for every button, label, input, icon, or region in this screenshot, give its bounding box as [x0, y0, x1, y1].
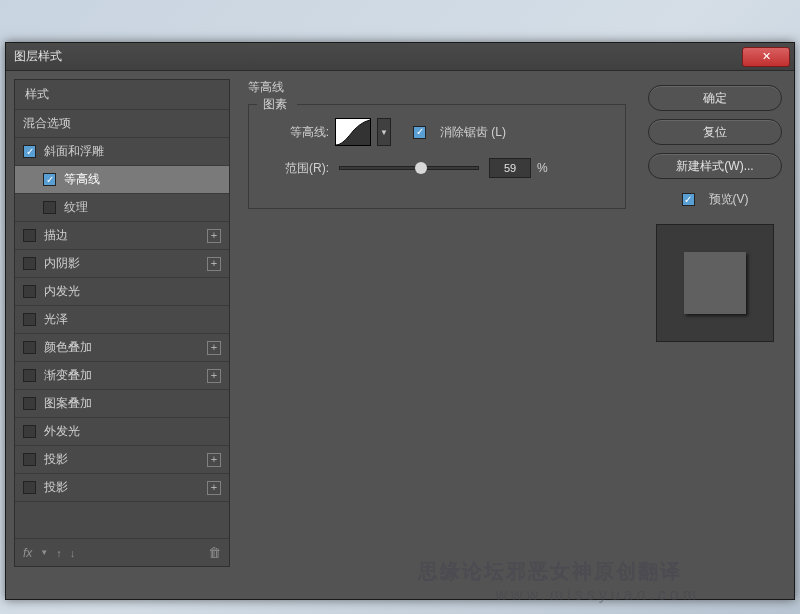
- antialias-checkbox[interactable]: [413, 126, 426, 139]
- fieldset-label: 图素: [259, 96, 291, 113]
- style-footer: fx ▼ ↑ ↓ 🗑: [15, 538, 229, 566]
- antialias-label: 消除锯齿 (L): [440, 124, 506, 141]
- style-list: 样式 混合选项 斜面和浮雕等高线纹理描边+内阴影+内发光光泽颜色叠加+渐变叠加+…: [14, 79, 230, 567]
- slider-thumb[interactable]: [415, 162, 427, 174]
- style-checkbox[interactable]: [23, 145, 36, 158]
- style-item-9[interactable]: 图案叠加: [15, 390, 229, 418]
- chevron-down-icon: ▼: [380, 128, 388, 137]
- styles-header[interactable]: 样式: [15, 80, 229, 110]
- style-label: 等高线: [64, 171, 100, 188]
- style-label: 光泽: [44, 311, 68, 328]
- style-checkbox[interactable]: [43, 173, 56, 186]
- add-effect-icon[interactable]: +: [207, 369, 221, 383]
- style-item-12[interactable]: 投影+: [15, 474, 229, 502]
- add-effect-icon[interactable]: +: [207, 453, 221, 467]
- style-label: 描边: [44, 227, 68, 244]
- trash-icon[interactable]: 🗑: [208, 545, 221, 560]
- fx-menu[interactable]: fx: [23, 546, 32, 560]
- ok-button[interactable]: 确定: [648, 85, 782, 111]
- preview-label: 预览(V): [709, 191, 749, 208]
- style-checkbox[interactable]: [23, 285, 36, 298]
- add-effect-icon[interactable]: +: [207, 257, 221, 271]
- style-label: 投影: [44, 451, 68, 468]
- main-panel: 等高线 图素 等高线: ▼ 消除锯齿 (L): [238, 71, 636, 599]
- style-item-2[interactable]: 纹理: [15, 194, 229, 222]
- range-input[interactable]: [489, 158, 531, 178]
- range-label: 范围(R):: [259, 160, 329, 177]
- close-icon: ✕: [762, 50, 771, 63]
- style-item-3[interactable]: 描边+: [15, 222, 229, 250]
- contour-row: 等高线: ▼ 消除锯齿 (L): [259, 118, 615, 146]
- style-label: 斜面和浮雕: [44, 143, 104, 160]
- dialog-content: 样式 混合选项 斜面和浮雕等高线纹理描边+内阴影+内发光光泽颜色叠加+渐变叠加+…: [6, 71, 794, 599]
- range-row: 范围(R): %: [259, 158, 615, 178]
- elements-fieldset: 图素 等高线: ▼ 消除锯齿 (L): [248, 104, 626, 209]
- move-down-icon[interactable]: ↓: [70, 547, 76, 559]
- blending-options-row[interactable]: 混合选项: [15, 110, 229, 138]
- style-checkbox[interactable]: [23, 313, 36, 326]
- style-label: 渐变叠加: [44, 367, 92, 384]
- style-checkbox[interactable]: [23, 425, 36, 438]
- style-item-1[interactable]: 等高线: [15, 166, 229, 194]
- style-label: 外发光: [44, 423, 80, 440]
- reset-button[interactable]: 复位: [648, 119, 782, 145]
- style-label: 颜色叠加: [44, 339, 92, 356]
- panel-title: 等高线: [248, 79, 626, 96]
- style-item-11[interactable]: 投影+: [15, 446, 229, 474]
- style-item-4[interactable]: 内阴影+: [15, 250, 229, 278]
- style-checkbox[interactable]: [23, 397, 36, 410]
- preview-box: [656, 224, 774, 342]
- preview-row: 预览(V): [682, 191, 749, 208]
- style-checkbox[interactable]: [23, 481, 36, 494]
- style-label: 内发光: [44, 283, 80, 300]
- style-label: 内阴影: [44, 255, 80, 272]
- range-slider[interactable]: [339, 166, 479, 170]
- contour-dropdown[interactable]: ▼: [377, 118, 391, 146]
- style-label: 纹理: [64, 199, 88, 216]
- spacer: [15, 502, 229, 538]
- titlebar[interactable]: 图层样式 ✕: [6, 43, 794, 71]
- contour-picker[interactable]: [335, 118, 371, 146]
- style-item-5[interactable]: 内发光: [15, 278, 229, 306]
- contour-label: 等高线:: [259, 124, 329, 141]
- style-item-10[interactable]: 外发光: [15, 418, 229, 446]
- blending-label: 混合选项: [23, 115, 71, 132]
- style-label: 投影: [44, 479, 68, 496]
- range-unit: %: [537, 161, 548, 175]
- style-checkbox[interactable]: [23, 369, 36, 382]
- style-checkbox[interactable]: [23, 257, 36, 270]
- style-checkbox[interactable]: [23, 341, 36, 354]
- style-item-7[interactable]: 颜色叠加+: [15, 334, 229, 362]
- new-style-button[interactable]: 新建样式(W)...: [648, 153, 782, 179]
- style-checkbox[interactable]: [43, 201, 56, 214]
- style-item-6[interactable]: 光泽: [15, 306, 229, 334]
- chevron-down-icon[interactable]: ▼: [40, 548, 48, 557]
- style-item-0[interactable]: 斜面和浮雕: [15, 138, 229, 166]
- sidebar: 样式 混合选项 斜面和浮雕等高线纹理描边+内阴影+内发光光泽颜色叠加+渐变叠加+…: [6, 71, 238, 599]
- close-button[interactable]: ✕: [742, 47, 790, 67]
- right-panel: 确定 复位 新建样式(W)... 预览(V): [636, 71, 794, 599]
- style-label: 图案叠加: [44, 395, 92, 412]
- style-checkbox[interactable]: [23, 229, 36, 242]
- preview-checkbox[interactable]: [682, 193, 695, 206]
- add-effect-icon[interactable]: +: [207, 481, 221, 495]
- add-effect-icon[interactable]: +: [207, 229, 221, 243]
- layer-style-dialog: 图层样式 ✕ 样式 混合选项 斜面和浮雕等高线纹理描边+内阴影+内发光光泽颜色叠…: [5, 42, 795, 600]
- preview-swatch: [684, 252, 746, 314]
- add-effect-icon[interactable]: +: [207, 341, 221, 355]
- window-title: 图层样式: [14, 48, 62, 65]
- move-up-icon[interactable]: ↑: [56, 547, 62, 559]
- style-item-8[interactable]: 渐变叠加+: [15, 362, 229, 390]
- style-checkbox[interactable]: [23, 453, 36, 466]
